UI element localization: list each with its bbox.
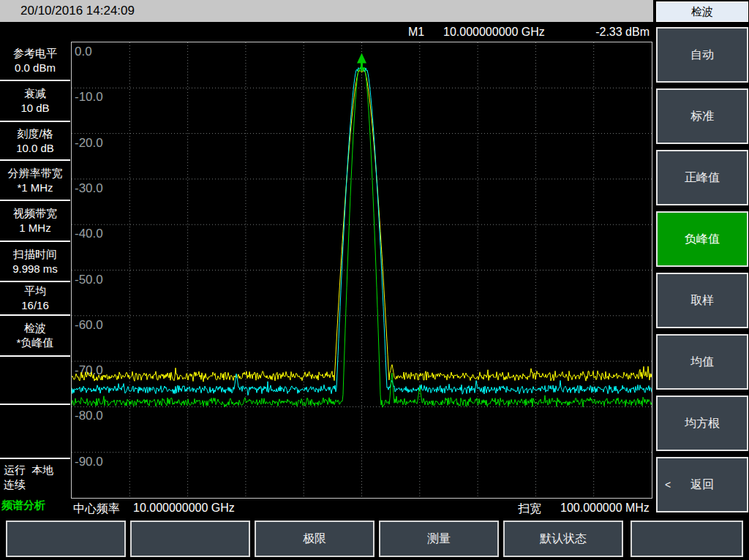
param-value: 10.0 dB xyxy=(16,141,54,156)
param-rbw: 分辨率带宽 *1 MHz xyxy=(0,161,70,201)
datetime-text: 20/10/2016 14:24:09 xyxy=(20,4,135,18)
softkey-neg-peak[interactable]: 负峰值 xyxy=(656,211,748,267)
param-sweep-time: 扫描时间 9.998 ms xyxy=(0,242,70,282)
param-ref-level: 参考电平 0.0 dBm xyxy=(0,42,70,81)
softkey-pos-peak[interactable]: 正峰值 xyxy=(656,150,748,205)
run-state: 运行 本地连续 xyxy=(4,463,53,492)
run-state-line1: 运行 本地 xyxy=(4,463,53,476)
param-label: 平均 xyxy=(24,284,46,298)
param-label: 分辨率带宽 xyxy=(8,166,63,181)
svg-text:0.0: 0.0 xyxy=(75,45,92,58)
run-state-line2: 连续 xyxy=(4,478,26,491)
back-chevron-icon: < xyxy=(665,479,671,491)
svg-text:-50.0: -50.0 xyxy=(75,273,103,287)
datetime-bar: 20/10/2016 14:24:09 xyxy=(0,0,653,22)
parameter-panel: 参考电平 0.0 dBm 衰减 10 dB 刻度/格 10.0 dB 分辨率带宽… xyxy=(0,42,70,459)
param-label: 扫描时间 xyxy=(13,247,57,262)
softkey-auto[interactable]: 自动 xyxy=(656,27,748,83)
center-frequency-label: 中心频率 xyxy=(73,502,120,517)
param-label: 参考电平 xyxy=(13,46,57,61)
softkey-return[interactable]: < 返回 xyxy=(656,457,748,512)
bottom-button-6[interactable] xyxy=(631,521,743,557)
param-label: 衰减 xyxy=(24,86,46,101)
bottom-button-1[interactable] xyxy=(6,521,126,557)
span-label: 扫宽 xyxy=(518,502,541,517)
param-value: *负峰值 xyxy=(17,336,54,350)
marker-id: M1 xyxy=(408,26,424,39)
param-value: 0.0 dBm xyxy=(15,61,56,75)
marker-frequency: 10.000000000 GHz xyxy=(443,26,545,39)
bottom-button-2[interactable] xyxy=(130,521,250,557)
param-value: 1 MHz xyxy=(19,221,50,235)
svg-text:-10.0: -10.0 xyxy=(75,90,103,104)
svg-text:-30.0: -30.0 xyxy=(75,181,103,195)
softkey-menu-title: 检波 xyxy=(656,1,748,22)
center-frequency-value: 10.000000000 GHz xyxy=(133,502,235,515)
svg-text:-90.0: -90.0 xyxy=(75,455,103,469)
param-scale-div: 刻度/格 10.0 dB xyxy=(0,122,70,161)
bottom-button-measure[interactable]: 测量 xyxy=(379,521,499,557)
spectrum-trace-area: 0.0-10.0-20.0-30.0-40.0-50.0-60.0-70.0-8… xyxy=(72,42,652,498)
spectrum-plot: 0.0-10.0-20.0-30.0-40.0-50.0-60.0-70.0-8… xyxy=(71,42,652,499)
softkey-normal[interactable]: 标准 xyxy=(656,88,748,144)
softkey-return-label: 返回 xyxy=(690,477,714,493)
param-value: 10 dB xyxy=(20,101,49,116)
bottom-button-default-state[interactable]: 默认状态 xyxy=(503,521,623,557)
param-value: 9.998 ms xyxy=(12,262,58,276)
param-value: 16/16 xyxy=(21,298,49,313)
param-label: 检波 xyxy=(24,321,46,336)
svg-text:-40.0: -40.0 xyxy=(75,227,103,241)
svg-text:-20.0: -20.0 xyxy=(75,136,103,150)
param-empty-2 xyxy=(0,405,70,459)
bottom-button-limit[interactable]: 极限 xyxy=(255,521,374,557)
mode-label: 频谱分析 xyxy=(1,499,45,512)
softkey-average[interactable]: 均值 xyxy=(656,334,748,390)
span-value: 100.000000 MHz xyxy=(560,502,650,515)
svg-text:-60.0: -60.0 xyxy=(75,318,103,332)
spectrum-analyzer-screen: 20/10/2016 14:24:09 M1 10.000000000 GHz … xyxy=(0,0,749,560)
param-attenuation: 衰减 10 dB xyxy=(0,81,70,122)
param-label: 刻度/格 xyxy=(17,126,53,141)
marker-amplitude: -2.33 dBm xyxy=(556,26,650,39)
param-average: 平均 16/16 xyxy=(0,282,70,316)
softkey-rms[interactable]: 均方根 xyxy=(656,396,748,451)
param-detector: 检波 *负峰值 xyxy=(0,316,70,357)
param-label: 视频带宽 xyxy=(13,206,57,221)
svg-text:-80.0: -80.0 xyxy=(75,409,103,423)
param-value: *1 MHz xyxy=(17,181,53,195)
param-vbw: 视频带宽 1 MHz xyxy=(0,201,70,242)
param-empty-1 xyxy=(0,357,70,405)
softkey-sample[interactable]: 取样 xyxy=(656,273,748,328)
